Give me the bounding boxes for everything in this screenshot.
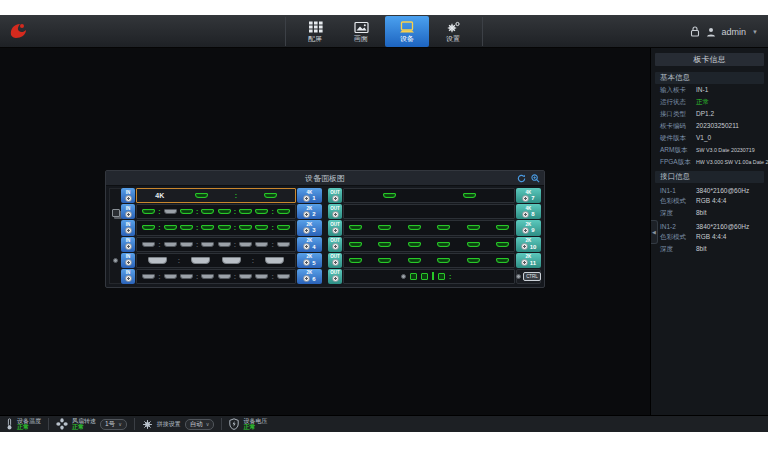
hdmi-port-idle[interactable] bbox=[239, 242, 252, 247]
hdmi-port-idle[interactable] bbox=[218, 242, 231, 247]
hdmi-port-active[interactable] bbox=[142, 225, 155, 230]
output-slot-badge-8[interactable]: 4K8 bbox=[516, 204, 541, 219]
hdmi-port-active[interactable] bbox=[201, 225, 214, 230]
port-circle-icon[interactable] bbox=[125, 195, 132, 202]
lock-icon[interactable] bbox=[690, 26, 700, 37]
input-slot-badge-2[interactable]: 2K2 bbox=[297, 204, 322, 219]
hdmi-port-active[interactable] bbox=[201, 209, 214, 214]
output-slot-badge-7[interactable]: 4K7 bbox=[516, 188, 541, 203]
tab-device[interactable]: 设备 bbox=[385, 16, 429, 47]
user-name[interactable]: admin bbox=[722, 27, 747, 37]
port-circle-icon[interactable] bbox=[332, 243, 339, 250]
hdmi-port-active[interactable] bbox=[277, 225, 290, 230]
hdmi-port-idle[interactable] bbox=[142, 274, 155, 279]
hdmi-port-active[interactable] bbox=[437, 242, 450, 247]
hdmi-port-active[interactable] bbox=[255, 209, 268, 214]
hdmi-port-idle[interactable] bbox=[255, 242, 268, 247]
input-card-6[interactable]: :::: bbox=[136, 269, 296, 284]
hdmi-port-active[interactable] bbox=[437, 258, 450, 263]
input-slot-badge-1[interactable]: 4K1 bbox=[297, 188, 322, 203]
port-circle-icon[interactable] bbox=[332, 227, 339, 234]
port-circle-icon[interactable] bbox=[303, 195, 310, 202]
refresh-icon[interactable] bbox=[517, 174, 526, 183]
input-card-3[interactable]: :::: bbox=[136, 220, 296, 235]
port-circle-icon[interactable] bbox=[303, 275, 310, 282]
hdmi-port-large[interactable] bbox=[222, 257, 241, 264]
hdmi-port-active[interactable] bbox=[264, 193, 277, 198]
hdmi-port-active[interactable] bbox=[383, 193, 396, 198]
hdmi-port-active[interactable] bbox=[239, 209, 252, 214]
hdmi-port-active[interactable] bbox=[408, 242, 421, 247]
hdmi-port-large[interactable] bbox=[191, 257, 210, 264]
port-circle-icon[interactable] bbox=[332, 275, 339, 282]
ethernet-port[interactable] bbox=[438, 273, 445, 280]
tab-screen[interactable]: 配屏 bbox=[293, 16, 337, 47]
hdmi-port-active[interactable] bbox=[378, 242, 391, 247]
hdmi-port-active[interactable] bbox=[463, 193, 476, 198]
port-circle-icon[interactable] bbox=[303, 211, 310, 218]
hdmi-port-active[interactable] bbox=[349, 258, 362, 263]
hdmi-port-active[interactable] bbox=[180, 225, 193, 230]
hdmi-port-active[interactable] bbox=[496, 225, 509, 230]
port-circle-icon[interactable] bbox=[125, 243, 132, 250]
output-slot-badge-11[interactable]: 2K11 bbox=[516, 253, 541, 268]
hdmi-port-active[interactable] bbox=[195, 193, 208, 198]
output-card-5[interactable] bbox=[343, 253, 515, 268]
port-circle-icon[interactable] bbox=[125, 275, 132, 282]
port-circle-icon[interactable] bbox=[332, 211, 339, 218]
output-slot-badge-10[interactable]: 2K10 bbox=[516, 237, 541, 252]
hdmi-port-idle[interactable] bbox=[180, 274, 193, 279]
hdmi-port-idle[interactable] bbox=[201, 274, 214, 279]
hdmi-port-idle[interactable] bbox=[277, 274, 290, 279]
hdmi-port-active[interactable] bbox=[142, 209, 155, 214]
status-dropdown[interactable]: 1号∨ bbox=[100, 419, 127, 430]
hdmi-port-idle[interactable] bbox=[164, 242, 177, 247]
hdmi-port-active[interactable] bbox=[218, 225, 231, 230]
ethernet-port[interactable] bbox=[410, 273, 417, 280]
hdmi-port-active[interactable] bbox=[467, 258, 480, 263]
input-slot-badge-5[interactable]: 2K5 bbox=[297, 253, 322, 268]
port-circle-icon[interactable] bbox=[303, 227, 310, 234]
hdmi-port-active[interactable] bbox=[180, 209, 193, 214]
hdmi-port-active[interactable] bbox=[239, 225, 252, 230]
ctrl-chip[interactable]: CTRL bbox=[523, 272, 541, 281]
port-circle-icon[interactable] bbox=[332, 259, 339, 266]
input-card-1[interactable]: 4K: bbox=[136, 188, 296, 203]
input-slot-badge-3[interactable]: 2K3 bbox=[297, 220, 322, 235]
hdmi-port-idle[interactable] bbox=[255, 274, 268, 279]
zoom-icon[interactable] bbox=[531, 174, 540, 183]
port-circle-icon[interactable] bbox=[125, 227, 132, 234]
output-card-1[interactable] bbox=[343, 188, 515, 203]
output-card-2[interactable] bbox=[343, 204, 515, 219]
hdmi-port-active[interactable] bbox=[378, 258, 391, 263]
port-circle-icon[interactable] bbox=[125, 211, 132, 218]
tab-layout[interactable]: 画面 bbox=[339, 16, 383, 47]
port-circle-icon[interactable] bbox=[332, 195, 339, 202]
tab-settings[interactable]: 设置 bbox=[431, 16, 475, 47]
hdmi-port-large[interactable] bbox=[265, 257, 284, 264]
port-circle-icon[interactable] bbox=[522, 211, 529, 218]
hdmi-port-active[interactable] bbox=[349, 225, 362, 230]
hdmi-port-active[interactable] bbox=[467, 225, 480, 230]
port-circle-icon[interactable] bbox=[521, 259, 528, 266]
hdmi-port-active[interactable] bbox=[496, 242, 509, 247]
hdmi-port-active[interactable] bbox=[218, 209, 231, 214]
port-circle-icon[interactable] bbox=[522, 195, 529, 202]
hdmi-port-active[interactable] bbox=[467, 242, 480, 247]
ethernet-port[interactable] bbox=[421, 273, 428, 280]
hdmi-port-active[interactable] bbox=[496, 258, 509, 263]
hdmi-port-active[interactable] bbox=[277, 209, 290, 214]
hdmi-port-active[interactable] bbox=[408, 225, 421, 230]
output-card-4[interactable] bbox=[343, 237, 515, 252]
port-circle-icon[interactable] bbox=[522, 227, 529, 234]
hdmi-port-active[interactable] bbox=[164, 225, 177, 230]
hdmi-port-idle[interactable] bbox=[142, 242, 155, 247]
hdmi-port-idle[interactable] bbox=[180, 242, 193, 247]
hdmi-port-active[interactable] bbox=[437, 225, 450, 230]
input-card-5[interactable]: :: bbox=[136, 253, 296, 268]
port-circle-icon[interactable] bbox=[303, 243, 310, 250]
output-card-6[interactable]: : bbox=[343, 269, 515, 284]
input-card-2[interactable]: :::: bbox=[136, 204, 296, 219]
hdmi-port-idle[interactable] bbox=[218, 274, 231, 279]
input-card-4[interactable]: :::: bbox=[136, 237, 296, 252]
